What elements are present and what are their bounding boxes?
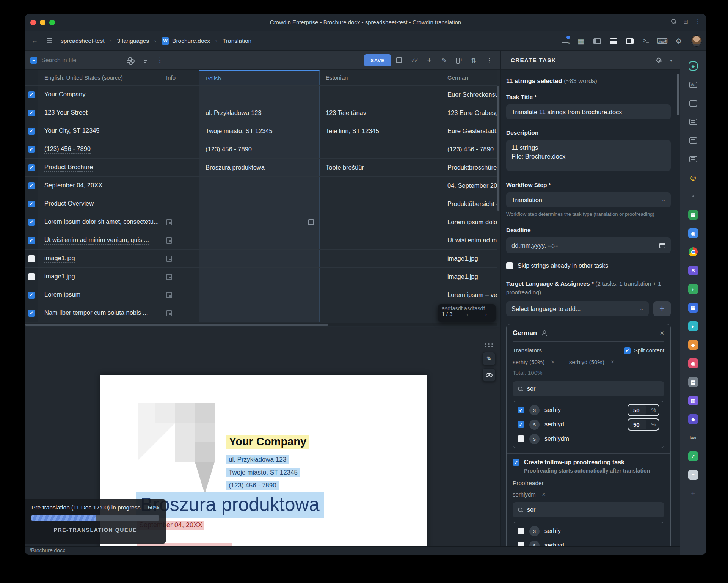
translator-search-input[interactable] (527, 385, 565, 392)
source-cell[interactable]: Nam liber tempor cum soluta nobis ... (38, 304, 160, 322)
copy-translation-icon[interactable] (308, 219, 314, 225)
breadcrumb-project[interactable]: spreadsheet-test (61, 38, 104, 44)
settings-gear-icon[interactable]: ⚙ (675, 37, 683, 45)
info-cell[interactable] (160, 177, 199, 195)
source-cell[interactable]: Your City, ST 12345 (38, 122, 160, 140)
sheets-app-icon[interactable]: ▦ (688, 209, 698, 220)
info-cell[interactable] (160, 286, 199, 304)
polish-cell[interactable] (199, 250, 320, 267)
save-button[interactable]: SAVE (364, 54, 391, 66)
source-cell[interactable]: (123) 456 - 7890 (38, 140, 160, 158)
polish-cell[interactable]: Twoje miasto, ST 12345 (199, 122, 320, 140)
add-language-button[interactable]: + (653, 301, 671, 316)
polish-cell[interactable]: (123) 456 - 7890 (199, 140, 320, 158)
layout-left-icon[interactable] (593, 37, 601, 45)
keyboard-shortcuts-icon[interactable]: ⌨ (658, 37, 667, 45)
leaf-app-icon[interactable]: ◗ (688, 284, 698, 294)
row-checkbox[interactable]: ✓ (28, 91, 35, 98)
row-checkbox[interactable] (28, 273, 35, 280)
column-header-german[interactable]: German (441, 70, 497, 85)
add-column-icon[interactable] (455, 56, 464, 65)
info-cell[interactable] (160, 195, 199, 213)
source-cell[interactable]: image1.jpg (38, 250, 160, 267)
translator-checkbox[interactable]: ✓ (518, 421, 524, 428)
info-cell[interactable] (160, 268, 199, 286)
estonian-cell[interactable]: 123 Teie tänav (320, 104, 441, 122)
estonian-cell[interactable] (320, 177, 441, 195)
info-cell[interactable] (160, 159, 199, 176)
info-cell[interactable] (160, 104, 199, 122)
source-cell[interactable]: Lorem ipsum (38, 286, 160, 304)
estonian-cell[interactable] (320, 268, 441, 286)
proofreader-search[interactable] (513, 502, 664, 517)
german-cell[interactable]: 123 Eure Grabesgas (441, 104, 497, 122)
polish-cell[interactable] (199, 86, 320, 104)
row-checkbox[interactable]: ✓ (28, 201, 35, 207)
polish-cell[interactable] (199, 177, 320, 195)
info-cell[interactable] (160, 86, 199, 104)
german-cell[interactable]: Produktbroschüre d (441, 159, 497, 176)
info-cell[interactable] (160, 213, 199, 231)
check-app-icon[interactable]: ✓ (688, 451, 698, 462)
qa-issue-icon[interactable]: ! (497, 146, 497, 152)
estonian-cell[interactable]: Teie linn, ST 12345 (320, 122, 441, 140)
german-cell[interactable]: (123) 456 - 7890! (441, 140, 497, 158)
more-options-icon[interactable]: ⋮ (485, 56, 494, 65)
proofreader-option[interactable]: sserhiyd (518, 538, 659, 546)
preview-visibility-button[interactable] (482, 368, 496, 382)
context-icon[interactable] (166, 237, 172, 244)
polish-cell[interactable]: Broszura produktowa (199, 159, 320, 176)
proofreader-checkbox[interactable] (518, 528, 524, 534)
polish-cell[interactable] (199, 213, 320, 231)
language-select[interactable]: Select language to add...⌄ (506, 301, 649, 316)
source-cell[interactable]: September 04, 20XX (38, 177, 160, 195)
context-icon[interactable] (166, 219, 172, 225)
edit-icon[interactable]: ✎ (439, 56, 449, 65)
row-checkbox[interactable] (28, 255, 35, 262)
proofreader-checkbox[interactable] (518, 542, 524, 546)
row-checkbox[interactable]: ✓ (28, 164, 35, 171)
remove-chip-icon[interactable]: ✕ (610, 359, 615, 365)
source-cell[interactable]: Lorem ipsum dolor sit amet, consectetu..… (38, 213, 160, 231)
column-header-polish[interactable]: Polish (199, 70, 320, 85)
comments-icon[interactable] (688, 98, 698, 108)
german-cell[interactable]: image1.jpg (441, 268, 497, 286)
fit-rows-icon[interactable]: ⇅ (469, 56, 478, 65)
remove-chip-icon[interactable]: ✕ (551, 359, 555, 365)
browser-menu-icon[interactable]: ⋮ (695, 19, 701, 24)
estonian-cell[interactable] (320, 86, 441, 104)
filter-icon[interactable] (141, 56, 150, 65)
chevron-down-icon[interactable]: ▾ (670, 58, 672, 63)
german-cell[interactable]: Lorem ipsum – verf (441, 286, 497, 304)
percent-input[interactable]: 50% (628, 418, 659, 431)
context-icon[interactable] (166, 310, 172, 316)
layout-right-icon[interactable] (626, 37, 634, 45)
column-header-source[interactable]: English, United States (source) (38, 70, 160, 85)
info-cell[interactable] (160, 122, 199, 140)
german-cell[interactable]: 04. September 20X (441, 177, 497, 195)
context-panel-icon[interactable] (688, 116, 698, 127)
columns-app-icon[interactable]: ▥ (688, 395, 698, 406)
german-cell[interactable]: Euer Schreckensunt (441, 86, 497, 104)
estonian-cell[interactable] (320, 304, 441, 322)
panel-scrollbar[interactable] (677, 74, 679, 115)
user-avatar[interactable] (691, 35, 702, 47)
context-icon[interactable] (166, 292, 172, 298)
preview-edit-button[interactable]: ✎ (482, 352, 496, 365)
drafts-icon[interactable] (560, 37, 569, 45)
remove-chip-icon[interactable]: ✕ (542, 492, 546, 497)
extensions-icon[interactable]: ⊞ (683, 19, 688, 24)
source-cell[interactable]: Product Overview (38, 195, 160, 213)
context-icon[interactable] (166, 256, 172, 262)
info-cell[interactable] (160, 304, 199, 322)
notes-app-icon[interactable]: ≡ (688, 470, 698, 480)
shield-app-icon[interactable]: ◆ (688, 414, 698, 424)
preview-drag-handle[interactable] (482, 343, 496, 347)
column-header-info[interactable]: Info (160, 70, 199, 85)
source-cell[interactable]: Product Brochure (38, 159, 160, 176)
estonian-cell[interactable] (320, 140, 441, 158)
breadcrumb-mode[interactable]: Translation (223, 38, 251, 44)
remove-language-icon[interactable]: ✕ (659, 330, 664, 336)
grid-app-icon[interactable]: ▦ (688, 302, 698, 313)
german-cell[interactable]: Ut wisi enim ad min (441, 231, 497, 249)
